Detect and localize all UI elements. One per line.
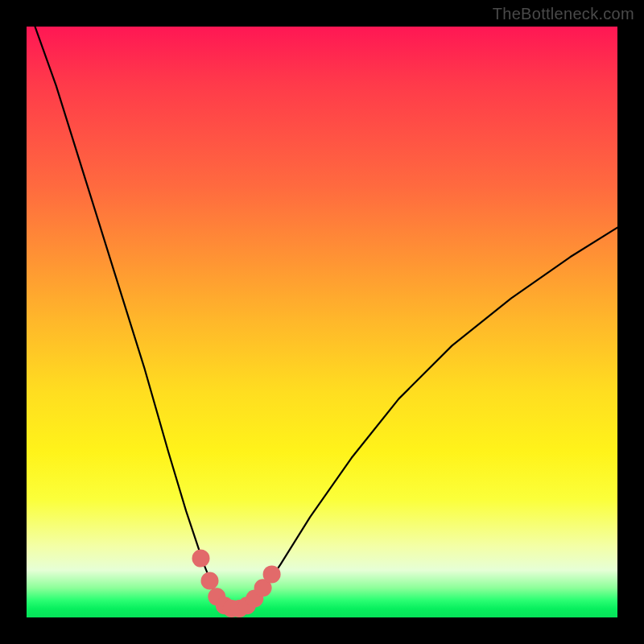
marker-dot xyxy=(201,572,219,590)
highlight-markers xyxy=(192,550,281,617)
marker-dot xyxy=(263,565,281,583)
chart-stage: TheBottleneck.com xyxy=(0,0,644,644)
plot-area xyxy=(27,27,617,617)
bottleneck-curve-path xyxy=(27,27,617,610)
watermark-text: TheBottleneck.com xyxy=(493,5,634,23)
curve-layer xyxy=(27,27,617,617)
marker-dot xyxy=(192,550,210,568)
